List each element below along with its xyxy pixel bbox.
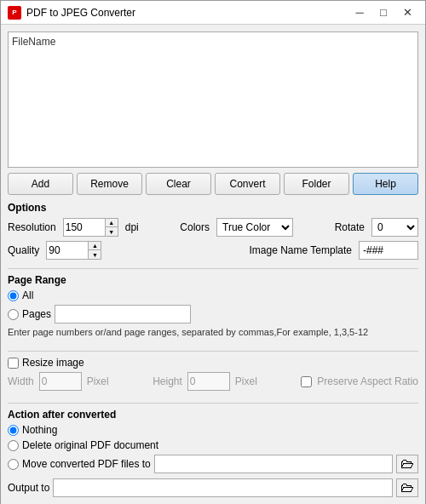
output-folder-button[interactable]: 🗁 (396, 478, 418, 497)
image-name-input[interactable] (359, 241, 418, 260)
resize-checkbox-row: Resize image (8, 357, 418, 369)
window-controls: ─ □ ✕ (348, 4, 418, 21)
nothing-label: Nothing (22, 424, 57, 436)
remove-button[interactable]: Remove (77, 173, 142, 195)
move-folder-button[interactable]: 🗁 (396, 455, 418, 473)
action-section: Action after converted Nothing Delete or… (8, 409, 418, 473)
divider-3 (8, 403, 418, 404)
minimize-button[interactable]: ─ (348, 4, 371, 21)
height-label: Height (153, 375, 182, 387)
width-input[interactable] (39, 372, 82, 391)
file-list-header: FileName (12, 36, 55, 48)
resolution-spinbox: ▲ ▼ (63, 218, 118, 237)
move-label: Move converted PDF files to (22, 458, 151, 470)
resolution-up[interactable]: ▲ (106, 219, 118, 227)
folder-button[interactable]: Folder (284, 173, 349, 195)
move-radio[interactable] (8, 459, 19, 470)
delete-row: Delete original PDF document (8, 439, 418, 451)
rotate-label: Rotate (335, 221, 365, 233)
close-button[interactable]: ✕ (396, 4, 418, 21)
maximize-button[interactable]: □ (372, 4, 394, 21)
aspect-label: Preserve Aspect Ratio (317, 375, 418, 387)
pages-radio[interactable] (8, 309, 19, 320)
all-radio-row: All (8, 289, 418, 301)
page-range-section: Page Range All Pages Enter page numbers … (8, 274, 418, 342)
aspect-checkbox[interactable] (301, 376, 312, 387)
resolution-down[interactable]: ▼ (106, 227, 118, 236)
width-unit-label: Pixel (87, 375, 109, 387)
dpi-label: dpi (125, 221, 139, 233)
move-input[interactable] (154, 455, 393, 473)
window-title: PDF to JPEG Converter (26, 7, 348, 19)
delete-label: Delete original PDF document (22, 439, 158, 451)
resize-checkbox[interactable] (8, 358, 19, 369)
title-bar: P PDF to JPEG Converter ─ □ ✕ (1, 1, 425, 25)
resize-inputs-row: Width Pixel Height Pixel Preserve Aspect… (8, 372, 418, 391)
output-row: Output to 🗁 (8, 478, 418, 497)
height-unit-label: Pixel (235, 375, 257, 387)
output-label: Output to (8, 482, 49, 494)
nothing-radio[interactable] (8, 425, 19, 436)
divider-1 (8, 268, 418, 269)
rotate-select[interactable]: 0 90 180 270 (371, 218, 418, 237)
pages-radio-row: Pages (8, 305, 418, 324)
delete-radio[interactable] (8, 440, 19, 451)
resize-label: Resize image (22, 357, 84, 369)
quality-input[interactable] (46, 241, 89, 260)
colors-label: Colors (180, 221, 210, 233)
options-label: Options (8, 202, 418, 214)
all-radio[interactable] (8, 290, 19, 301)
convert-button[interactable]: Convert (215, 173, 280, 195)
content-area: FileName Add Remove Clear Convert Folder… (1, 25, 425, 504)
quality-row: Quality ▲ ▼ Image Name Template (8, 241, 418, 260)
height-input[interactable] (187, 372, 230, 391)
quality-arrows: ▲ ▼ (89, 241, 101, 260)
clear-button[interactable]: Clear (146, 173, 211, 195)
action-buttons: Add Remove Clear Convert Folder Help (8, 173, 418, 195)
colors-select[interactable]: True Color Grayscale Black & White (216, 218, 293, 237)
nothing-row: Nothing (8, 424, 418, 436)
app-icon: P (8, 6, 21, 20)
image-name-label: Image Name Template (249, 244, 352, 256)
action-label: Action after converted (8, 409, 418, 421)
resolution-row: Resolution ▲ ▼ dpi Colors True Color Gra… (8, 218, 418, 237)
resolution-label: Resolution (8, 221, 56, 233)
page-range-label: Page Range (8, 274, 418, 286)
help-button[interactable]: Help (353, 173, 418, 195)
add-button[interactable]: Add (8, 173, 73, 195)
quality-label: Quality (8, 244, 39, 256)
all-label: All (22, 289, 33, 301)
divider-2 (8, 351, 418, 352)
resolution-input[interactable] (63, 218, 106, 237)
main-window: P PDF to JPEG Converter ─ □ ✕ FileName A… (0, 0, 426, 504)
quality-spinbox: ▲ ▼ (46, 241, 101, 260)
quality-up[interactable]: ▲ (89, 242, 101, 250)
output-input[interactable] (53, 478, 393, 497)
resolution-arrows: ▲ ▼ (106, 218, 118, 237)
file-list[interactable]: FileName (8, 32, 418, 168)
page-range-hint: Enter page numbers or/and page ranges, s… (8, 327, 418, 337)
pages-input[interactable] (55, 305, 191, 324)
move-row: Move converted PDF files to 🗁 (8, 455, 418, 473)
options-section: Options Resolution ▲ ▼ dpi Colors True C… (8, 202, 418, 260)
width-label: Width (8, 375, 34, 387)
quality-down[interactable]: ▼ (89, 250, 101, 259)
pages-label: Pages (22, 308, 51, 320)
